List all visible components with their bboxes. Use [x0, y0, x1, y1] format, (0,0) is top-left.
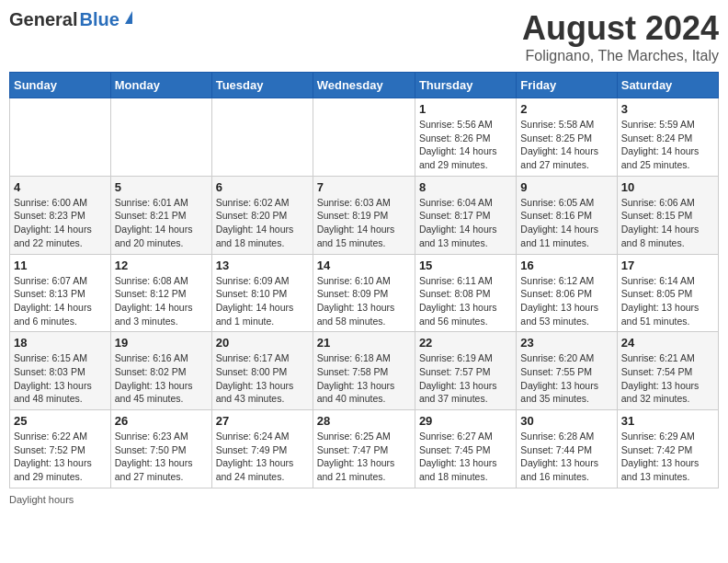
- day-info: Sunrise: 6:03 AM Sunset: 8:19 PM Dayligh…: [317, 196, 411, 250]
- day-info: Sunrise: 6:14 AM Sunset: 8:05 PM Dayligh…: [621, 274, 714, 328]
- day-info: Sunrise: 6:24 AM Sunset: 7:49 PM Dayligh…: [216, 430, 309, 484]
- calendar-header-friday: Friday: [517, 73, 617, 98]
- day-info: Sunrise: 6:09 AM Sunset: 8:10 PM Dayligh…: [216, 274, 309, 328]
- calendar-week-row: 1Sunrise: 5:56 AM Sunset: 8:26 PM Daylig…: [10, 98, 719, 177]
- day-number: 30: [520, 414, 612, 428]
- calendar-cell: 14Sunrise: 6:10 AM Sunset: 8:09 PM Dayli…: [313, 254, 415, 332]
- day-number: 1: [419, 102, 512, 116]
- calendar-cell: 16Sunrise: 6:12 AM Sunset: 8:06 PM Dayli…: [517, 254, 617, 332]
- day-info: Sunrise: 6:10 AM Sunset: 8:09 PM Dayligh…: [317, 274, 411, 328]
- day-number: 23: [520, 336, 612, 350]
- day-info: Sunrise: 5:59 AM Sunset: 8:24 PM Dayligh…: [621, 118, 714, 172]
- calendar-week-row: 11Sunrise: 6:07 AM Sunset: 8:13 PM Dayli…: [10, 254, 719, 332]
- calendar-cell: 31Sunrise: 6:29 AM Sunset: 7:42 PM Dayli…: [617, 410, 718, 488]
- calendar-cell: 17Sunrise: 6:14 AM Sunset: 8:05 PM Dayli…: [617, 254, 718, 332]
- calendar-cell: 20Sunrise: 6:17 AM Sunset: 8:00 PM Dayli…: [211, 332, 313, 410]
- day-info: Sunrise: 5:58 AM Sunset: 8:25 PM Dayligh…: [520, 118, 612, 172]
- day-number: 15: [419, 259, 512, 272]
- day-number: 20: [216, 336, 309, 350]
- day-info: Sunrise: 5:56 AM Sunset: 8:26 PM Dayligh…: [419, 118, 512, 172]
- day-number: 5: [115, 180, 208, 194]
- day-number: 9: [520, 180, 612, 194]
- day-info: Sunrise: 6:19 AM Sunset: 7:57 PM Dayligh…: [419, 351, 512, 406]
- calendar-header-saturday: Saturday: [617, 73, 718, 98]
- calendar-cell: 2Sunrise: 5:58 AM Sunset: 8:25 PM Daylig…: [517, 98, 617, 177]
- day-number: 21: [317, 336, 411, 350]
- calendar-header-sunday: Sunday: [10, 73, 111, 98]
- daylight-label: Daylight hours: [9, 494, 74, 505]
- calendar-cell: 9Sunrise: 6:05 AM Sunset: 8:16 PM Daylig…: [517, 176, 617, 254]
- calendar-cell: 26Sunrise: 6:23 AM Sunset: 7:50 PM Dayli…: [110, 410, 211, 488]
- calendar-cell: 18Sunrise: 6:15 AM Sunset: 8:03 PM Dayli…: [10, 332, 111, 410]
- day-number: 31: [621, 414, 714, 428]
- day-info: Sunrise: 6:29 AM Sunset: 7:42 PM Dayligh…: [621, 430, 714, 484]
- logo-triangle-icon: [125, 11, 132, 24]
- day-info: Sunrise: 6:20 AM Sunset: 7:55 PM Dayligh…: [520, 351, 612, 406]
- day-number: 14: [317, 259, 411, 272]
- day-number: 12: [115, 259, 208, 272]
- day-info: Sunrise: 6:25 AM Sunset: 7:47 PM Dayligh…: [317, 430, 411, 484]
- day-info: Sunrise: 6:18 AM Sunset: 7:58 PM Dayligh…: [317, 351, 411, 406]
- day-number: 22: [419, 336, 512, 350]
- day-info: Sunrise: 6:27 AM Sunset: 7:45 PM Dayligh…: [419, 430, 512, 484]
- day-number: 3: [621, 102, 714, 116]
- day-number: 10: [621, 180, 714, 194]
- day-info: Sunrise: 6:28 AM Sunset: 7:44 PM Dayligh…: [520, 430, 612, 484]
- calendar-cell: 25Sunrise: 6:22 AM Sunset: 7:52 PM Dayli…: [10, 410, 111, 488]
- day-number: 25: [14, 414, 107, 428]
- day-number: 11: [14, 259, 107, 272]
- day-number: 2: [520, 102, 612, 116]
- day-info: Sunrise: 6:11 AM Sunset: 8:08 PM Dayligh…: [419, 274, 512, 328]
- day-number: 4: [14, 180, 107, 194]
- calendar-cell: [10, 98, 111, 177]
- day-info: Sunrise: 6:23 AM Sunset: 7:50 PM Dayligh…: [115, 430, 208, 484]
- logo-general-text: General: [9, 9, 77, 30]
- calendar-cell: 7Sunrise: 6:03 AM Sunset: 8:19 PM Daylig…: [313, 176, 415, 254]
- day-number: 26: [115, 414, 208, 428]
- calendar-cell: 8Sunrise: 6:04 AM Sunset: 8:17 PM Daylig…: [415, 176, 516, 254]
- day-number: 8: [419, 180, 512, 194]
- calendar-cell: 24Sunrise: 6:21 AM Sunset: 7:54 PM Dayli…: [617, 332, 718, 410]
- calendar-cell: 21Sunrise: 6:18 AM Sunset: 7:58 PM Dayli…: [313, 332, 415, 410]
- calendar-cell: 28Sunrise: 6:25 AM Sunset: 7:47 PM Dayli…: [313, 410, 415, 488]
- day-number: 18: [14, 336, 107, 350]
- day-info: Sunrise: 6:00 AM Sunset: 8:23 PM Dayligh…: [14, 196, 107, 250]
- day-number: 29: [419, 414, 512, 428]
- location-title: Folignano, The Marches, Italy: [522, 48, 719, 64]
- day-info: Sunrise: 6:16 AM Sunset: 8:02 PM Dayligh…: [115, 351, 208, 406]
- day-info: Sunrise: 6:17 AM Sunset: 8:00 PM Dayligh…: [216, 351, 309, 406]
- calendar-cell: 30Sunrise: 6:28 AM Sunset: 7:44 PM Dayli…: [517, 410, 617, 488]
- calendar-week-row: 4Sunrise: 6:00 AM Sunset: 8:23 PM Daylig…: [10, 176, 719, 254]
- calendar-cell: [313, 98, 415, 177]
- calendar-header-thursday: Thursday: [415, 73, 516, 98]
- day-number: 6: [216, 180, 309, 194]
- day-info: Sunrise: 6:05 AM Sunset: 8:16 PM Dayligh…: [520, 196, 612, 250]
- day-number: 27: [216, 414, 309, 428]
- calendar-header-tuesday: Tuesday: [211, 73, 313, 98]
- day-info: Sunrise: 6:01 AM Sunset: 8:21 PM Dayligh…: [115, 196, 208, 250]
- day-info: Sunrise: 6:04 AM Sunset: 8:17 PM Dayligh…: [419, 196, 512, 250]
- logo: General Blue: [9, 9, 119, 30]
- day-info: Sunrise: 6:08 AM Sunset: 8:12 PM Dayligh…: [115, 274, 208, 328]
- day-info: Sunrise: 6:07 AM Sunset: 8:13 PM Dayligh…: [14, 274, 107, 328]
- title-area: August 2024 Folignano, The Marches, Ital…: [522, 9, 719, 64]
- day-number: 19: [115, 336, 208, 350]
- header: General Blue August 2024 Folignano, The …: [9, 9, 719, 64]
- calendar-cell: 19Sunrise: 6:16 AM Sunset: 8:02 PM Dayli…: [110, 332, 211, 410]
- calendar-header-wednesday: Wednesday: [313, 73, 415, 98]
- calendar-cell: 4Sunrise: 6:00 AM Sunset: 8:23 PM Daylig…: [10, 176, 111, 254]
- day-info: Sunrise: 6:21 AM Sunset: 7:54 PM Dayligh…: [621, 351, 714, 406]
- calendar-cell: 5Sunrise: 6:01 AM Sunset: 8:21 PM Daylig…: [110, 176, 211, 254]
- calendar-cell: 10Sunrise: 6:06 AM Sunset: 8:15 PM Dayli…: [617, 176, 718, 254]
- calendar-cell: [110, 98, 211, 177]
- calendar-cell: 27Sunrise: 6:24 AM Sunset: 7:49 PM Dayli…: [211, 410, 313, 488]
- calendar-cell: 3Sunrise: 5:59 AM Sunset: 8:24 PM Daylig…: [617, 98, 718, 177]
- logo-blue-text: Blue: [79, 9, 119, 29]
- calendar: SundayMondayTuesdayWednesdayThursdayFrid…: [9, 72, 719, 488]
- calendar-week-row: 25Sunrise: 6:22 AM Sunset: 7:52 PM Dayli…: [10, 410, 719, 488]
- day-number: 13: [216, 259, 309, 272]
- footer-note: Daylight hours: [9, 494, 719, 505]
- calendar-cell: 13Sunrise: 6:09 AM Sunset: 8:10 PM Dayli…: [211, 254, 313, 332]
- calendar-cell: 29Sunrise: 6:27 AM Sunset: 7:45 PM Dayli…: [415, 410, 516, 488]
- calendar-cell: 11Sunrise: 6:07 AM Sunset: 8:13 PM Dayli…: [10, 254, 111, 332]
